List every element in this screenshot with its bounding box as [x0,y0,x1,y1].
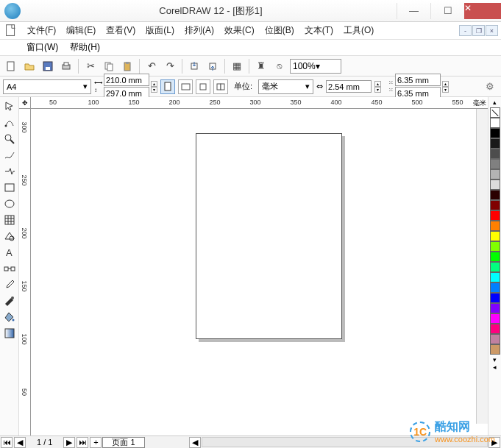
save-button[interactable] [40,58,56,74]
prev-page-button[interactable]: ◀ [14,437,26,448]
menu-edit[interactable]: 编辑(E) [61,24,101,37]
interactive-blend-tool[interactable] [1,260,18,277]
app-launcher-button[interactable]: ▦ [229,58,245,74]
close-button[interactable]: ✕ [464,3,501,19]
first-page-button[interactable]: ⏮ [1,437,13,448]
redo-button[interactable]: ↷ [162,58,178,74]
swatch[interactable] [490,272,500,282]
vertical-ruler[interactable]: 30025020015010050 [19,109,31,435]
export-button[interactable] [205,58,221,74]
zoom-tool[interactable] [1,131,18,147]
canvas-area: ✥ 毫米50100150200250300350400450500550 300… [19,97,488,435]
smart-draw-tool[interactable] [1,163,18,179]
menu-bitmaps[interactable]: 位图(B) [260,24,299,37]
menu-window[interactable]: 窗口(W) [21,41,64,54]
swatch[interactable] [490,159,500,169]
menu-view[interactable]: 查看(V) [101,24,141,37]
swatch[interactable] [490,179,500,190]
page-width-input[interactable]: 210.0 mm [104,74,149,86]
new-button[interactable] [3,58,19,74]
svg-rect-15 [217,84,221,90]
print-button[interactable] [58,58,74,74]
swatch[interactable] [490,221,500,231]
swatch[interactable] [490,231,500,241]
graph-paper-tool[interactable] [1,212,18,228]
landscape-button[interactable] [178,79,193,94]
mdi-minimize[interactable]: - [459,25,472,36]
swatch[interactable] [490,334,500,344]
swatch[interactable] [490,313,500,324]
copy-button[interactable] [101,58,117,74]
pages-toggle-1[interactable] [196,79,210,94]
swatch[interactable] [490,293,500,303]
last-page-button[interactable]: ⏭ [77,437,88,448]
swatch[interactable] [490,128,500,138]
cut-button[interactable]: ✂ [82,58,99,74]
whatsthis-button[interactable]: ⍉ [271,58,288,74]
page[interactable] [196,133,342,339]
swatch-none[interactable] [490,107,500,118]
ellipse-tool[interactable] [1,196,18,212]
corel-online-button[interactable]: ♜ [253,58,269,74]
swatch[interactable] [490,169,500,179]
import-button[interactable] [186,58,202,74]
interactive-fill-tool[interactable] [1,325,18,341]
mdi-close[interactable]: × [486,25,498,36]
swatch[interactable] [490,200,500,210]
open-button[interactable] [21,58,38,74]
page-tab-1[interactable]: 页面 1 [102,437,144,448]
swatch[interactable] [490,118,500,128]
duplicate-x-input[interactable]: 6.35 mm [395,74,441,86]
rectangle-tool[interactable] [1,179,18,196]
swatch[interactable] [490,252,500,262]
options-button[interactable]: ⚙ [482,79,498,95]
ruler-origin[interactable]: ✥ [19,97,31,109]
paste-button[interactable] [119,58,135,74]
outline-tool[interactable] [1,293,18,309]
basic-shapes-tool[interactable] [1,228,18,244]
menu-layout[interactable]: 版面(L) [141,24,180,37]
paper-size-combo[interactable]: A4▾ [3,79,91,94]
mdi-restore[interactable]: ❐ [472,25,485,36]
hscroll-left[interactable]: ◀ [189,437,201,448]
horizontal-ruler[interactable]: 毫米50100150200250300350400450500550 [31,97,488,109]
pick-tool[interactable] [1,99,18,115]
undo-button[interactable]: ↶ [143,58,160,74]
freehand-tool[interactable] [1,147,18,163]
palette-up[interactable]: ▴ [493,99,497,106]
swatch[interactable] [490,241,500,252]
swatch[interactable] [490,344,500,355]
menu-file[interactable]: 文件(F) [22,24,61,37]
pages-toggle-2[interactable] [213,79,228,94]
swatch[interactable] [490,210,500,221]
swatch[interactable] [490,138,500,149]
swatch[interactable] [490,303,500,313]
eyedropper-tool[interactable] [1,277,18,293]
swatch[interactable] [490,149,500,159]
menu-effects[interactable]: 效果(C) [219,24,260,37]
canvas-viewport[interactable] [31,109,476,435]
add-page-button[interactable]: + [90,437,102,448]
palette-down[interactable]: ▾ [493,356,497,363]
zoom-combo[interactable]: 100%▾ [290,59,341,74]
menu-help[interactable]: 帮助(H) [64,41,106,54]
unit-combo[interactable]: 毫米▾ [258,79,313,94]
menu-text[interactable]: 文本(T) [299,24,338,37]
fill-tool[interactable] [1,309,18,325]
menu-arrange[interactable]: 排列(A) [180,24,219,37]
menu-tools[interactable]: 工具(O) [338,24,379,37]
swatch[interactable] [490,282,500,293]
palette-flyout[interactable]: ◂ [493,363,497,371]
maximize-button[interactable]: ☐ [430,3,464,19]
shape-tool[interactable] [1,115,18,131]
next-page-button[interactable]: ▶ [63,437,75,448]
swatch[interactable] [490,324,500,334]
vertical-scrollbar[interactable] [476,109,488,424]
color-palette: ▴ ▾ ◂ [488,97,501,435]
minimize-button[interactable]: — [397,3,430,19]
portrait-button[interactable] [160,79,175,94]
swatch[interactable] [490,190,500,200]
nudge-input[interactable]: 2.54 mm [326,80,372,93]
swatch[interactable] [490,262,500,272]
text-tool[interactable]: A [1,244,18,260]
